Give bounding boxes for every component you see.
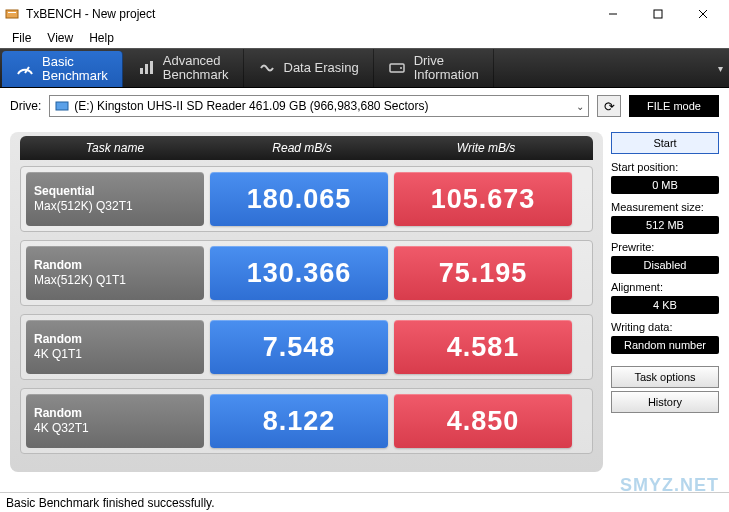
read-value[interactable]: 7.548 [210, 320, 388, 374]
benchmark-header: Task name Read mB/s Write mB/s [20, 136, 593, 160]
write-value[interactable]: 4.850 [394, 394, 572, 448]
hdd-icon [54, 99, 70, 113]
tab-drive-information[interactable]: Drive Information [374, 49, 494, 87]
benchmark-row: Sequential Max(512K) Q32T1 180.065 105.6… [20, 166, 593, 232]
tab-strip: Basic Benchmark Advanced Benchmark Data … [0, 48, 729, 88]
tab-label: Basic Benchmark [42, 55, 108, 84]
svg-rect-1 [8, 12, 16, 13]
alignment-label: Alignment: [611, 281, 719, 293]
header-write: Write mB/s [394, 141, 578, 155]
task-line2: 4K Q1T1 [34, 347, 196, 362]
file-mode-button[interactable]: FILE mode [629, 95, 719, 117]
write-value[interactable]: 4.581 [394, 320, 572, 374]
prewrite-label: Prewrite: [611, 241, 719, 253]
write-value[interactable]: 75.195 [394, 246, 572, 300]
task-options-button[interactable]: Task options [611, 366, 719, 388]
erase-icon [258, 59, 276, 77]
prewrite-value[interactable]: Disabled [611, 256, 719, 274]
benchmark-panel: Task name Read mB/s Write mB/s Sequentia… [10, 132, 603, 472]
task-cell[interactable]: Random Max(512K) Q1T1 [26, 246, 204, 300]
start-button[interactable]: Start [611, 132, 719, 154]
chevron-down-icon: ⌄ [576, 101, 584, 112]
minimize-button[interactable] [590, 0, 635, 28]
writing-data-value[interactable]: Random number [611, 336, 719, 354]
drive-select[interactable]: (E:) Kingston UHS-II SD Reader 461.09 GB… [49, 95, 589, 117]
measurement-size-label: Measurement size: [611, 201, 719, 213]
task-line2: Max(512K) Q1T1 [34, 273, 196, 288]
write-value[interactable]: 105.673 [394, 172, 572, 226]
read-value[interactable]: 180.065 [210, 172, 388, 226]
tab-basic-benchmark[interactable]: Basic Benchmark [2, 51, 123, 87]
close-button[interactable] [680, 0, 725, 28]
tab-data-erasing[interactable]: Data Erasing [244, 49, 374, 87]
history-button[interactable]: History [611, 391, 719, 413]
drive-label: Drive: [10, 99, 41, 113]
read-value[interactable]: 8.122 [210, 394, 388, 448]
tab-label: Advanced Benchmark [163, 54, 229, 83]
status-text: Basic Benchmark finished successfully. [6, 496, 215, 510]
maximize-button[interactable] [635, 0, 680, 28]
task-cell[interactable]: Sequential Max(512K) Q32T1 [26, 172, 204, 226]
window-title: TxBENCH - New project [26, 7, 590, 21]
svg-rect-7 [140, 68, 143, 74]
task-line2: 4K Q32T1 [34, 421, 196, 436]
start-position-label: Start position: [611, 161, 719, 173]
tab-label: Drive Information [414, 54, 479, 83]
drive-selected: (E:) Kingston UHS-II SD Reader 461.09 GB… [74, 99, 428, 113]
app-icon [4, 6, 20, 22]
alignment-value[interactable]: 4 KB [611, 296, 719, 314]
task-line1: Random [34, 332, 196, 347]
chevron-down-icon[interactable]: ▾ [712, 63, 729, 74]
writing-data-label: Writing data: [611, 321, 719, 333]
task-line2: Max(512K) Q32T1 [34, 199, 196, 214]
tab-advanced-benchmark[interactable]: Advanced Benchmark [123, 49, 244, 87]
sidebar: Start Start position: 0 MB Measurement s… [611, 132, 719, 472]
drive-row: Drive: (E:) Kingston UHS-II SD Reader 46… [0, 88, 729, 124]
task-line1: Random [34, 406, 196, 421]
refresh-icon: ⟳ [604, 99, 615, 114]
header-read: Read mB/s [210, 141, 394, 155]
tab-label: Data Erasing [284, 61, 359, 75]
menu-view[interactable]: View [41, 30, 79, 46]
benchmark-row: Random 4K Q32T1 8.122 4.850 [20, 388, 593, 454]
menu-help[interactable]: Help [83, 30, 120, 46]
titlebar: TxBENCH - New project [0, 0, 729, 28]
menu-file[interactable]: File [6, 30, 37, 46]
svg-rect-12 [56, 102, 68, 110]
task-line1: Sequential [34, 184, 196, 199]
svg-rect-3 [654, 10, 662, 18]
task-line1: Random [34, 258, 196, 273]
header-task: Task name [20, 141, 210, 155]
svg-rect-0 [6, 10, 18, 18]
task-cell[interactable]: Random 4K Q1T1 [26, 320, 204, 374]
drive-icon [388, 59, 406, 77]
chart-icon [137, 59, 155, 77]
svg-point-11 [400, 67, 402, 69]
benchmark-row: Random Max(512K) Q1T1 130.366 75.195 [20, 240, 593, 306]
read-value[interactable]: 130.366 [210, 246, 388, 300]
gauge-icon [16, 60, 34, 78]
svg-rect-9 [150, 61, 153, 74]
statusbar: Basic Benchmark finished successfully. [0, 492, 729, 512]
benchmark-row: Random 4K Q1T1 7.548 4.581 [20, 314, 593, 380]
measurement-size-value[interactable]: 512 MB [611, 216, 719, 234]
start-position-value[interactable]: 0 MB [611, 176, 719, 194]
refresh-button[interactable]: ⟳ [597, 95, 621, 117]
menubar: File View Help [0, 28, 729, 48]
task-cell[interactable]: Random 4K Q32T1 [26, 394, 204, 448]
svg-rect-8 [145, 64, 148, 74]
